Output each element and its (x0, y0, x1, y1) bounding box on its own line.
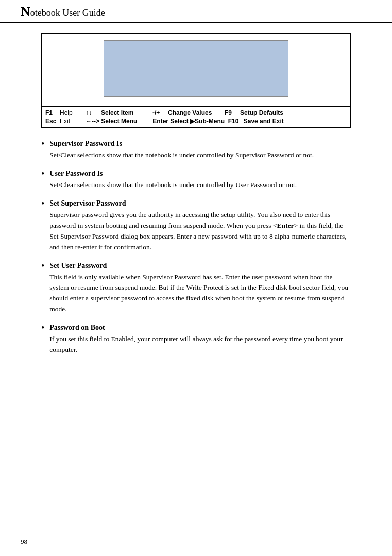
item-password-boot-content: Password on Boot If you set this field t… (49, 322, 351, 356)
bios-row-2: Esc Exit ←--> Select Menu Enter Select ▶… (45, 117, 347, 125)
title-big-n: N (21, 4, 30, 19)
bios-label-exit: Exit (60, 117, 86, 125)
item-set-user-desc: This field is only available when Superv… (49, 272, 351, 315)
page-footer: 98 (21, 535, 371, 546)
bullet-2: • (41, 167, 44, 180)
bios-label-help: Help (60, 109, 86, 116)
item-supervisor-is-content: Supervisor Password Is Set/Clear selecti… (49, 138, 351, 161)
bios-key-f10: F10 (228, 117, 244, 125)
item-set-supervisor-desc: Supervisor password gives you the author… (49, 210, 351, 253)
page-title: Notebook User Guide (21, 4, 105, 20)
bios-icon-updown: ↑↓ (86, 109, 101, 116)
list-item-set-supervisor: • Set Supervisor Password Supervisor pas… (41, 198, 351, 253)
item-user-is-desc: Set/Clear selections show that the noteb… (49, 180, 351, 191)
bios-action-select-menu: Select Menu (101, 117, 152, 125)
bios-screen (104, 40, 288, 97)
bios-setup-defaults: Setup Defaults (240, 109, 347, 116)
page-number: 98 (21, 537, 27, 545)
bios-box: F1 Help ↑↓ Select Item -/+ Change Values… (41, 33, 351, 128)
page-header: Notebook User Guide (0, 0, 392, 23)
bios-action-select-item: Select Item (101, 109, 152, 116)
bios-sep-2: Enter (152, 117, 170, 125)
item-supervisor-is-title: Supervisor Password Is (49, 138, 351, 149)
list-item-password-boot: • Password on Boot If you set this field… (41, 322, 351, 356)
item-user-is-title: User Password Is (49, 168, 351, 179)
bios-key-esc: Esc (45, 117, 60, 125)
item-password-boot-desc: If you set this field to Enabled, your c… (49, 334, 351, 356)
bullet-4: • (41, 260, 44, 273)
main-content: F1 Help ↑↓ Select Item -/+ Change Values… (0, 23, 392, 383)
bios-key-f1: F1 (45, 109, 60, 116)
enter-bold: Enter (277, 222, 294, 229)
bullet-1: • (41, 138, 44, 150)
list-item-supervisor-is: • Supervisor Password Is Set/Clear selec… (41, 138, 351, 161)
item-set-supervisor-title: Set Supervisor Password (49, 198, 351, 209)
bios-row-1: F1 Help ↑↓ Select Item -/+ Change Values… (45, 109, 347, 116)
item-user-is-content: User Password Is Set/Clear selections sh… (49, 168, 351, 191)
content-list: • Supervisor Password Is Set/Clear selec… (41, 138, 351, 356)
bios-change-values: Change Values (168, 109, 225, 116)
bios-icon-arrow: ←--> (86, 117, 101, 125)
item-set-user-title: Set User Password (49, 260, 351, 271)
bios-save-exit: Save and Exit (244, 117, 347, 125)
bullet-3: • (41, 197, 44, 210)
list-item-set-user: • Set User Password This field is only a… (41, 260, 351, 315)
bullet-5: • (41, 322, 44, 334)
item-password-boot-title: Password on Boot (49, 322, 351, 333)
item-set-supervisor-content: Set Supervisor Password Supervisor passw… (49, 198, 351, 253)
item-supervisor-is-desc: Set/Clear selections show that the noteb… (49, 150, 351, 161)
item-set-user-content: Set User Password This field is only ava… (49, 260, 351, 315)
bios-footer: F1 Help ↑↓ Select Item -/+ Change Values… (42, 106, 350, 127)
list-item-user-is: • User Password Is Set/Clear selections … (41, 168, 351, 191)
bios-screen-area (42, 40, 350, 106)
bios-sep-1: -/+ (152, 109, 168, 116)
bios-select-submenu: Select ▶Sub-Menu (170, 117, 228, 125)
bios-key-f9: F9 (225, 109, 240, 116)
